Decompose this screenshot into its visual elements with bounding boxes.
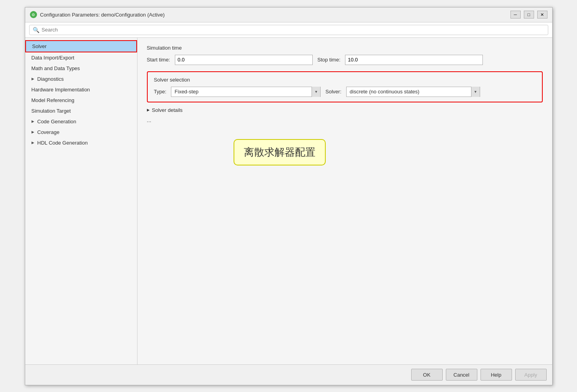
sidebar-item-model-referencing[interactable]: Model Referencing: [25, 95, 137, 106]
ok-button[interactable]: OK: [411, 369, 443, 381]
apply-button[interactable]: Apply: [515, 369, 547, 381]
sidebar-item-label-diagnostics: Diagnostics: [37, 76, 64, 82]
search-bar: 🔍: [25, 22, 552, 38]
search-input-wrap: 🔍: [29, 25, 548, 35]
app-icon: ⚙: [30, 11, 37, 18]
solver-select-arrow[interactable]: ▼: [471, 87, 480, 97]
sidebar-item-simulation-target[interactable]: Simulation Target: [25, 106, 137, 116]
sidebar-item-hdl-code-generation[interactable]: HDL Code Generation: [25, 137, 137, 148]
sidebar-item-label-code-generation: Code Generation: [37, 119, 76, 124]
simulation-time-row: Start time: Stop time:: [147, 55, 543, 65]
annotation-text: 离散求解器配置: [244, 146, 315, 158]
sidebar: Solver Data Import/Export Math and Data …: [25, 38, 137, 364]
simulation-time-title: Simulation time: [147, 45, 543, 51]
titlebar-controls: ─ □ ✕: [510, 11, 547, 19]
sidebar-item-label-hdl-code-generation: HDL Code Generation: [37, 140, 88, 146]
sidebar-item-label-hardware-implementation: Hardware Implementation: [32, 87, 90, 93]
search-input[interactable]: [42, 27, 545, 33]
type-select-value: Fixed-step: [171, 87, 312, 97]
solver-selection-title: Solver selection: [154, 77, 536, 83]
main-window: ⚙ Configuration Parameters: demo/Configu…: [25, 7, 553, 385]
solver-label: Solver:: [325, 89, 341, 95]
solver-select-value: discrete (no continuous states): [347, 87, 471, 97]
close-button[interactable]: ✕: [537, 11, 547, 19]
sidebar-item-hardware-implementation[interactable]: Hardware Implementation: [25, 84, 137, 95]
start-time-label: Start time:: [147, 57, 170, 63]
solver-type-row: Type: Fixed-step ▼ Solver: discrete (no …: [154, 87, 536, 97]
type-label: Type:: [154, 89, 167, 95]
sidebar-item-coverage[interactable]: Coverage: [25, 127, 137, 137]
cancel-button[interactable]: Cancel: [446, 369, 477, 381]
solver-select[interactable]: discrete (no continuous states) ▼: [346, 87, 480, 97]
maximize-button[interactable]: □: [524, 11, 534, 19]
ellipsis-text: ...: [147, 117, 543, 123]
sidebar-item-label-math-data-types: Math and Data Types: [32, 65, 80, 71]
sidebar-item-data-import-export[interactable]: Data Import/Export: [25, 52, 137, 63]
solver-details-label: Solver details: [152, 107, 183, 113]
stop-time-input[interactable]: [345, 55, 483, 65]
main-panel: Simulation time Start time: Stop time: S…: [137, 38, 552, 364]
sidebar-item-code-generation[interactable]: Code Generation: [25, 116, 137, 127]
bottom-bar: OK Cancel Help Apply: [25, 364, 552, 385]
annotation-box: 离散求解器配置: [234, 139, 326, 165]
sidebar-item-label-solver: Solver: [32, 43, 47, 49]
sidebar-item-label-data-import-export: Data Import/Export: [32, 55, 74, 61]
solver-selection-box: Solver selection Type: Fixed-step ▼ Solv…: [147, 71, 543, 102]
sidebar-item-solver[interactable]: Solver: [25, 40, 137, 52]
titlebar-left: ⚙ Configuration Parameters: demo/Configu…: [30, 11, 165, 18]
help-button[interactable]: Help: [481, 369, 512, 381]
minimize-button[interactable]: ─: [510, 11, 521, 19]
sidebar-item-diagnostics[interactable]: Diagnostics: [25, 74, 137, 84]
titlebar: ⚙ Configuration Parameters: demo/Configu…: [25, 7, 552, 22]
solver-details-row[interactable]: Solver details: [147, 107, 543, 113]
window-title: Configuration Parameters: demo/Configura…: [40, 12, 165, 18]
sidebar-item-math-data-types[interactable]: Math and Data Types: [25, 63, 137, 74]
stop-time-label: Stop time:: [317, 57, 341, 63]
sidebar-item-label-coverage: Coverage: [37, 129, 59, 135]
content-area: Solver Data Import/Export Math and Data …: [25, 38, 552, 364]
sidebar-item-label-model-referencing: Model Referencing: [32, 97, 74, 103]
type-select-arrow[interactable]: ▼: [312, 87, 320, 97]
start-time-input[interactable]: [175, 55, 313, 65]
sidebar-item-label-simulation-target: Simulation Target: [32, 108, 71, 114]
type-select[interactable]: Fixed-step ▼: [171, 87, 321, 97]
search-icon: 🔍: [33, 27, 39, 33]
